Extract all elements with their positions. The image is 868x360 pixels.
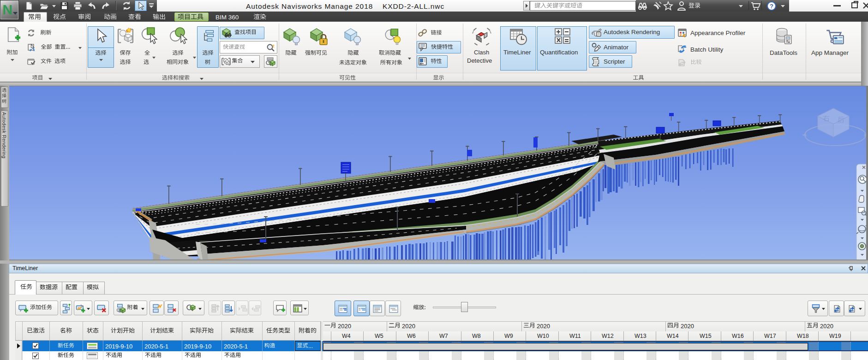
- svg-text:?: ?: [770, 3, 773, 10]
- svg-text:N: N: [2, 2, 12, 17]
